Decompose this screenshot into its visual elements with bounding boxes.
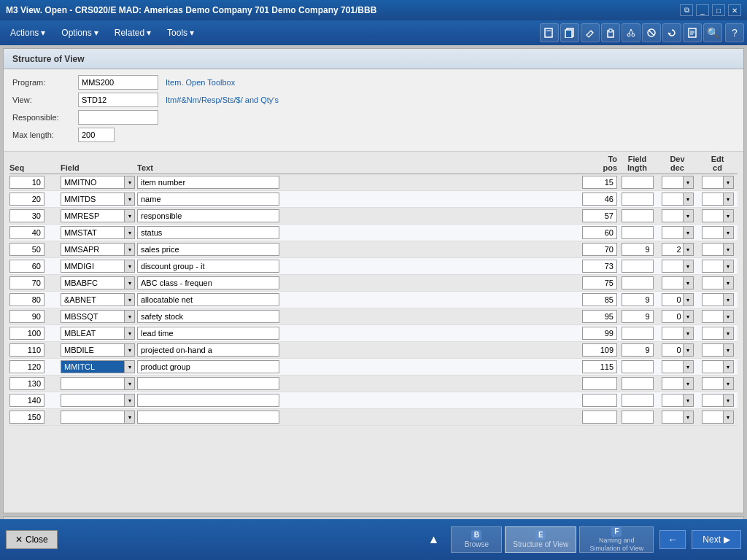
edt-input[interactable] — [702, 260, 724, 273]
seq-input[interactable] — [9, 209, 44, 222]
topos-input[interactable] — [582, 377, 617, 390]
field-dropdown-icon[interactable]: ▾ — [125, 243, 135, 256]
dev-dropdown-icon[interactable]: ▾ — [684, 226, 694, 239]
flngth-input[interactable] — [622, 360, 654, 373]
edt-input[interactable] — [702, 276, 724, 289]
maxlength-input[interactable] — [78, 128, 115, 142]
text-input[interactable] — [137, 310, 279, 323]
topos-input[interactable] — [582, 310, 617, 323]
field-dropdown-icon[interactable]: ▾ — [125, 176, 135, 189]
dev-input[interactable] — [662, 176, 684, 189]
help-icon[interactable]: ? — [725, 23, 744, 42]
topos-input[interactable] — [582, 394, 617, 407]
text-input[interactable] — [137, 293, 279, 306]
field-dropdown-icon[interactable]: ▾ — [125, 377, 135, 390]
seq-input[interactable] — [9, 310, 44, 323]
edt-input[interactable] — [702, 360, 724, 373]
browse-tab[interactable]: B Browse — [451, 526, 502, 553]
close-btn-title[interactable]: ✕ — [728, 4, 741, 16]
dev-input[interactable] — [662, 209, 684, 222]
edt-input[interactable] — [702, 243, 724, 256]
flngth-input[interactable] — [622, 176, 654, 189]
flngth-input[interactable] — [622, 394, 654, 407]
dev-dropdown-icon[interactable]: ▾ — [684, 260, 694, 273]
edit-icon[interactable] — [581, 23, 600, 42]
field-input[interactable] — [61, 243, 125, 256]
flngth-input[interactable] — [622, 411, 654, 424]
options-menu[interactable]: Options ▾ — [54, 25, 105, 41]
seq-input[interactable] — [9, 226, 44, 239]
field-dropdown-icon[interactable]: ▾ — [125, 411, 135, 424]
field-input[interactable] — [61, 192, 125, 206]
document-icon[interactable] — [683, 23, 702, 42]
edt-input[interactable] — [702, 192, 724, 206]
edt-input[interactable] — [702, 327, 724, 340]
edt-dropdown-icon[interactable]: ▾ — [724, 394, 734, 407]
field-input[interactable] — [61, 377, 125, 390]
seq-input[interactable] — [9, 394, 44, 407]
edt-dropdown-icon[interactable]: ▾ — [724, 226, 734, 239]
text-input[interactable] — [137, 209, 279, 222]
flngth-input[interactable] — [622, 226, 654, 239]
edt-input[interactable] — [702, 310, 724, 323]
dev-input[interactable] — [662, 343, 684, 357]
prev-button[interactable]: ← — [659, 530, 686, 549]
dev-dropdown-icon[interactable]: ▾ — [684, 276, 694, 289]
edt-input[interactable] — [702, 377, 724, 390]
minimize-btn[interactable]: _ — [696, 4, 709, 16]
flngth-input[interactable] — [622, 327, 654, 340]
field-input[interactable] — [61, 293, 125, 306]
seq-input[interactable] — [9, 360, 44, 373]
text-input[interactable] — [137, 411, 279, 424]
topos-input[interactable] — [582, 327, 617, 340]
edt-dropdown-icon[interactable]: ▾ — [724, 293, 734, 306]
edt-dropdown-icon[interactable]: ▾ — [724, 377, 734, 390]
text-input[interactable] — [137, 327, 279, 340]
field-dropdown-icon[interactable]: ▾ — [125, 360, 135, 373]
refresh-icon[interactable] — [662, 23, 681, 42]
field-dropdown-icon[interactable]: ▾ — [125, 327, 135, 340]
topos-input[interactable] — [582, 176, 617, 189]
tools-menu[interactable]: Tools ▾ — [160, 25, 201, 41]
dev-dropdown-icon[interactable]: ▾ — [684, 243, 694, 256]
dev-input[interactable] — [662, 360, 684, 373]
flngth-input[interactable] — [622, 243, 654, 256]
topos-input[interactable] — [582, 360, 617, 373]
cancel-icon[interactable] — [642, 23, 661, 42]
topos-input[interactable] — [582, 343, 617, 357]
seq-input[interactable] — [9, 192, 44, 206]
flngth-input[interactable] — [622, 343, 654, 357]
program-input[interactable] — [78, 75, 158, 90]
edt-dropdown-icon[interactable]: ▾ — [724, 327, 734, 340]
dev-dropdown-icon[interactable]: ▾ — [684, 411, 694, 424]
text-input[interactable] — [137, 394, 279, 407]
seq-input[interactable] — [9, 343, 44, 357]
field-input[interactable] — [61, 209, 125, 222]
edt-input[interactable] — [702, 394, 724, 407]
field-input[interactable] — [61, 360, 125, 373]
flngth-input[interactable] — [622, 293, 654, 306]
text-input[interactable] — [137, 343, 279, 357]
field-dropdown-icon[interactable]: ▾ — [125, 226, 135, 239]
edt-dropdown-icon[interactable]: ▾ — [724, 192, 734, 206]
dev-dropdown-icon[interactable]: ▾ — [684, 360, 694, 373]
dev-dropdown-icon[interactable]: ▾ — [684, 377, 694, 390]
text-input[interactable] — [137, 276, 279, 289]
dev-input[interactable] — [662, 243, 684, 256]
field-input[interactable] — [61, 310, 125, 323]
field-input[interactable] — [61, 226, 125, 239]
dev-input[interactable] — [662, 310, 684, 323]
zoom-icon[interactable]: 🔍 — [703, 23, 722, 42]
dev-dropdown-icon[interactable]: ▾ — [684, 209, 694, 222]
edt-dropdown-icon[interactable]: ▾ — [724, 260, 734, 273]
dev-dropdown-icon[interactable]: ▾ — [684, 176, 694, 189]
text-input[interactable] — [137, 260, 279, 273]
text-input[interactable] — [137, 192, 279, 206]
edt-dropdown-icon[interactable]: ▾ — [724, 310, 734, 323]
field-dropdown-icon[interactable]: ▾ — [125, 343, 135, 357]
dev-input[interactable] — [662, 411, 684, 424]
dev-input[interactable] — [662, 260, 684, 273]
field-dropdown-icon[interactable]: ▾ — [125, 260, 135, 273]
seq-input[interactable] — [9, 276, 44, 289]
topos-input[interactable] — [582, 260, 617, 273]
